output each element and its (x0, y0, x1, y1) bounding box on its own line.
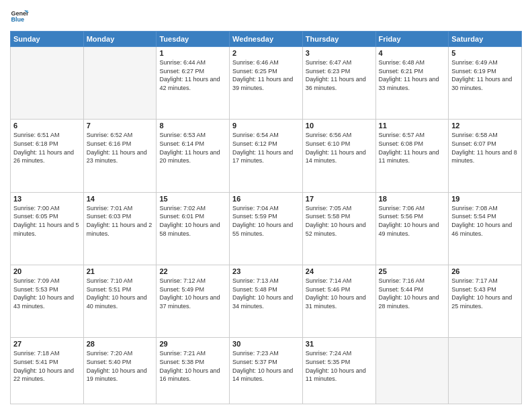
day-number: 22 (159, 267, 226, 275)
table-row: 29Sunrise: 7:21 AMSunset: 5:38 PMDayligh… (157, 338, 230, 404)
day-detail: Sunrise: 7:05 AMSunset: 5:58 PMDaylight:… (306, 204, 373, 238)
day-number: 14 (87, 195, 154, 203)
table-row: 1Sunrise: 6:44 AMSunset: 6:27 PMDaylight… (157, 47, 230, 120)
day-number: 23 (232, 267, 300, 275)
day-detail: Sunrise: 7:23 AMSunset: 5:37 PMDaylight:… (232, 349, 300, 383)
day-number: 3 (306, 49, 373, 57)
table-row (375, 338, 449, 404)
col-monday: Monday (83, 32, 157, 47)
day-detail: Sunrise: 6:56 AMSunset: 6:10 PMDaylight:… (306, 131, 373, 165)
day-number: 7 (87, 122, 154, 130)
calendar-header-row: Sunday Monday Tuesday Wednesday Thursday… (11, 32, 522, 47)
day-number: 9 (232, 122, 300, 130)
day-number: 16 (232, 195, 300, 203)
table-row: 28Sunrise: 7:20 AMSunset: 5:40 PMDayligh… (83, 338, 157, 404)
day-number: 24 (306, 267, 373, 275)
day-detail: Sunrise: 7:08 AMSunset: 5:54 PMDaylight:… (451, 204, 519, 238)
table-row: 30Sunrise: 7:23 AMSunset: 5:37 PMDayligh… (230, 338, 303, 404)
day-detail: Sunrise: 7:13 AMSunset: 5:48 PMDaylight:… (232, 277, 300, 310)
day-detail: Sunrise: 7:01 AMSunset: 6:03 PMDaylight:… (87, 204, 154, 238)
table-row: 8Sunrise: 6:53 AMSunset: 6:14 PMDaylight… (157, 120, 230, 192)
day-number: 2 (232, 49, 300, 57)
day-number: 29 (159, 340, 226, 348)
table-row: 16Sunrise: 7:04 AMSunset: 5:59 PMDayligh… (230, 192, 303, 265)
calendar-week-row: 27Sunrise: 7:18 AMSunset: 5:41 PMDayligh… (11, 338, 522, 404)
table-row: 9Sunrise: 6:54 AMSunset: 6:12 PMDaylight… (230, 120, 303, 192)
day-detail: Sunrise: 6:51 AMSunset: 6:18 PMDaylight:… (13, 131, 81, 165)
table-row: 11Sunrise: 6:57 AMSunset: 6:08 PMDayligh… (375, 120, 449, 192)
day-detail: Sunrise: 6:48 AMSunset: 6:21 PMDaylight:… (379, 58, 446, 92)
day-detail: Sunrise: 6:58 AMSunset: 6:07 PMDaylight:… (451, 131, 519, 165)
table-row: 4Sunrise: 6:48 AMSunset: 6:21 PMDaylight… (375, 47, 449, 120)
table-row: 3Sunrise: 6:47 AMSunset: 6:23 PMDaylight… (302, 47, 375, 120)
day-number: 4 (379, 49, 446, 57)
day-number: 6 (13, 122, 81, 130)
table-row: 19Sunrise: 7:08 AMSunset: 5:54 PMDayligh… (449, 192, 522, 265)
svg-text:Blue: Blue (11, 16, 24, 23)
day-detail: Sunrise: 7:21 AMSunset: 5:38 PMDaylight:… (159, 349, 226, 383)
calendar-week-row: 6Sunrise: 6:51 AMSunset: 6:18 PMDaylight… (11, 120, 522, 192)
day-detail: Sunrise: 6:57 AMSunset: 6:08 PMDaylight:… (379, 131, 446, 165)
logo-icon: General Blue (10, 7, 29, 26)
day-number: 8 (159, 122, 226, 130)
table-row: 26Sunrise: 7:17 AMSunset: 5:43 PMDayligh… (449, 265, 522, 338)
col-tuesday: Tuesday (157, 32, 230, 47)
table-row: 10Sunrise: 6:56 AMSunset: 6:10 PMDayligh… (302, 120, 375, 192)
table-row: 21Sunrise: 7:10 AMSunset: 5:51 PMDayligh… (83, 265, 157, 338)
day-number: 11 (379, 122, 446, 130)
day-number: 21 (87, 267, 154, 275)
day-number: 1 (159, 49, 226, 57)
table-row: 31Sunrise: 7:24 AMSunset: 5:35 PMDayligh… (302, 338, 375, 404)
table-row: 18Sunrise: 7:06 AMSunset: 5:56 PMDayligh… (375, 192, 449, 265)
day-detail: Sunrise: 7:20 AMSunset: 5:40 PMDaylight:… (87, 349, 154, 383)
table-row: 6Sunrise: 6:51 AMSunset: 6:18 PMDaylight… (11, 120, 84, 192)
table-row: 2Sunrise: 6:46 AMSunset: 6:25 PMDaylight… (230, 47, 303, 120)
table-row: 27Sunrise: 7:18 AMSunset: 5:41 PMDayligh… (11, 338, 84, 404)
table-row: 15Sunrise: 7:02 AMSunset: 6:01 PMDayligh… (157, 192, 230, 265)
table-row: 5Sunrise: 6:49 AMSunset: 6:19 PMDaylight… (449, 47, 522, 120)
day-number: 27 (13, 340, 81, 348)
col-saturday: Saturday (449, 32, 522, 47)
day-detail: Sunrise: 7:14 AMSunset: 5:46 PMDaylight:… (306, 277, 373, 310)
day-detail: Sunrise: 7:04 AMSunset: 5:59 PMDaylight:… (232, 204, 300, 238)
calendar-week-row: 20Sunrise: 7:09 AMSunset: 5:53 PMDayligh… (11, 265, 522, 338)
day-number: 5 (451, 49, 519, 57)
table-row (83, 47, 157, 120)
table-row: 13Sunrise: 7:00 AMSunset: 6:05 PMDayligh… (11, 192, 84, 265)
day-detail: Sunrise: 7:02 AMSunset: 6:01 PMDaylight:… (159, 204, 226, 238)
day-number: 25 (379, 267, 446, 275)
calendar-table: Sunday Monday Tuesday Wednesday Thursday… (10, 31, 522, 404)
day-detail: Sunrise: 7:24 AMSunset: 5:35 PMDaylight:… (306, 349, 373, 383)
day-detail: Sunrise: 6:46 AMSunset: 6:25 PMDaylight:… (232, 58, 300, 92)
day-number: 13 (13, 195, 81, 203)
day-number: 28 (87, 340, 154, 348)
col-wednesday: Wednesday (230, 32, 303, 47)
page-header: General Blue (10, 7, 522, 26)
table-row: 17Sunrise: 7:05 AMSunset: 5:58 PMDayligh… (302, 192, 375, 265)
day-detail: Sunrise: 7:06 AMSunset: 5:56 PMDaylight:… (379, 204, 446, 238)
col-sunday: Sunday (11, 32, 84, 47)
table-row: 23Sunrise: 7:13 AMSunset: 5:48 PMDayligh… (230, 265, 303, 338)
day-detail: Sunrise: 6:47 AMSunset: 6:23 PMDaylight:… (306, 58, 373, 92)
day-detail: Sunrise: 6:54 AMSunset: 6:12 PMDaylight:… (232, 131, 300, 165)
table-row (11, 47, 84, 120)
logo: General Blue (10, 7, 29, 26)
table-row: 20Sunrise: 7:09 AMSunset: 5:53 PMDayligh… (11, 265, 84, 338)
day-detail: Sunrise: 7:00 AMSunset: 6:05 PMDaylight:… (13, 204, 81, 238)
day-number: 30 (232, 340, 300, 348)
day-detail: Sunrise: 6:49 AMSunset: 6:19 PMDaylight:… (451, 58, 519, 92)
day-number: 31 (306, 340, 373, 348)
day-detail: Sunrise: 6:53 AMSunset: 6:14 PMDaylight:… (159, 131, 226, 165)
day-detail: Sunrise: 7:09 AMSunset: 5:53 PMDaylight:… (13, 277, 81, 310)
day-number: 26 (451, 267, 519, 275)
table-row: 7Sunrise: 6:52 AMSunset: 6:16 PMDaylight… (83, 120, 157, 192)
day-detail: Sunrise: 7:16 AMSunset: 5:44 PMDaylight:… (379, 277, 446, 310)
day-number: 17 (306, 195, 373, 203)
day-detail: Sunrise: 7:18 AMSunset: 5:41 PMDaylight:… (13, 349, 81, 383)
day-detail: Sunrise: 6:44 AMSunset: 6:27 PMDaylight:… (159, 58, 226, 92)
table-row: 24Sunrise: 7:14 AMSunset: 5:46 PMDayligh… (302, 265, 375, 338)
table-row: 14Sunrise: 7:01 AMSunset: 6:03 PMDayligh… (83, 192, 157, 265)
day-number: 19 (451, 195, 519, 203)
table-row: 22Sunrise: 7:12 AMSunset: 5:49 PMDayligh… (157, 265, 230, 338)
table-row: 12Sunrise: 6:58 AMSunset: 6:07 PMDayligh… (449, 120, 522, 192)
